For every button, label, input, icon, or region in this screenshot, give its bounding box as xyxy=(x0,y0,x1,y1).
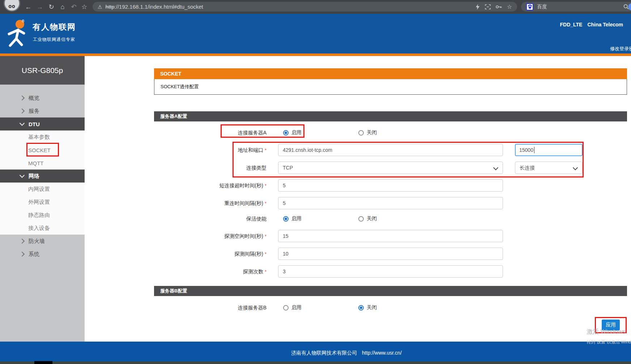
lightning-icon[interactable] xyxy=(476,4,480,10)
bookmark-star-icon[interactable]: ☆ xyxy=(80,2,89,12)
chevron-right-icon xyxy=(20,252,25,257)
not-secure-warning-icon[interactable]: ⚠ xyxy=(98,4,102,10)
disable-label: 关闭 xyxy=(367,304,377,311)
enable-label: 启用 xyxy=(291,304,302,311)
search-box[interactable]: 百度 xyxy=(521,2,631,12)
row-connect-server-a: 连接服务器A 启用 关闭 xyxy=(154,127,628,139)
required-mark: * xyxy=(265,183,267,188)
network-status: FDD_LTE China Telecom xyxy=(560,22,623,27)
probe-interval-label: 探测间隔(秒) xyxy=(235,251,263,257)
row-reconnect-interval: 重连时间间隔(秒)* xyxy=(154,197,628,209)
enable-label: 启用 xyxy=(291,129,302,136)
sidebar-item-label: 接入设备 xyxy=(28,225,50,232)
sidebar-item-socket[interactable]: SOCKET xyxy=(0,144,85,157)
disable-label: 关闭 xyxy=(367,129,377,136)
chevron-down-icon xyxy=(573,165,578,170)
sidebar-item-access-device[interactable]: 接入设备 xyxy=(0,222,85,235)
row-probe-interval: 探测间隔(秒)* xyxy=(154,248,628,260)
header-accent-line xyxy=(0,53,631,56)
address-port-label: 地址和端口 xyxy=(238,147,263,153)
sidebar-item-static-route[interactable]: 静态路由 xyxy=(0,209,85,222)
server-b-disable-radio[interactable] xyxy=(358,305,364,311)
forward-icon[interactable]: → xyxy=(35,2,44,12)
reconnect-interval-label: 重连时间间隔(秒) xyxy=(225,200,263,206)
server-a-enable-radio[interactable] xyxy=(283,130,289,136)
server-a-port-field xyxy=(515,144,583,156)
chevron-right-icon xyxy=(20,108,25,114)
windows-activation-watermark: 激活 Windows xyxy=(587,327,626,336)
reconnect-interval-input[interactable] xyxy=(278,197,503,209)
keepalive-enable-radio[interactable] xyxy=(283,216,289,222)
back-icon[interactable]: ← xyxy=(24,2,33,12)
site-header: ® 有人物联网 工业物联网通信专家 FDD_LTE China Telecom … xyxy=(0,14,631,53)
probe-idle-input[interactable] xyxy=(278,230,503,242)
sidebar-item-dtu[interactable]: DTU xyxy=(0,117,85,130)
connection-mode-value: 长连接 xyxy=(520,165,535,171)
url-text: http://192.168.1.1/index.html#dtu_socket xyxy=(106,4,203,10)
short-timeout-input[interactable] xyxy=(278,179,503,192)
chevron-right-icon xyxy=(20,239,25,244)
row-address-port: 地址和端口* xyxy=(154,144,628,156)
required-mark: * xyxy=(265,234,267,239)
server-a-port-input[interactable] xyxy=(515,144,583,156)
baidu-logo-icon xyxy=(526,3,533,10)
row-keepalive: 保活使能 启用 关闭 xyxy=(154,213,628,225)
probe-interval-input[interactable] xyxy=(278,248,503,260)
carrier-badge: China Telecom xyxy=(587,22,623,27)
sidebar-item-firewall[interactable]: 防火墙 xyxy=(0,235,85,248)
sidebar-item-service[interactable]: 服务 xyxy=(0,104,85,117)
sidebar-item-mqtt[interactable]: MQTT xyxy=(0,157,85,170)
sidebar-item-system[interactable]: 系统 xyxy=(0,248,85,261)
change-login-link[interactable]: 修改登录密码 xyxy=(610,46,631,52)
sidebar-item-lan-settings[interactable]: 内网设置 xyxy=(0,183,85,196)
sidebar-item-label: 防火墙 xyxy=(29,238,45,245)
browser-toolbar: oo ← → ↻ ⌂ ↶ ☆ ⚠ http://192.168.1.1/inde… xyxy=(0,0,631,14)
sidebar-item-label: 外网设置 xyxy=(28,199,50,206)
windows-activation-watermark-sub: 转到“设置”以激活 Windows。 xyxy=(587,339,631,345)
required-mark: * xyxy=(265,269,267,274)
sidebar-item-label: MQTT xyxy=(28,160,44,166)
key-icon[interactable] xyxy=(496,5,502,9)
sidebar-item-basic-params[interactable]: 基本参数 xyxy=(0,130,85,144)
device-name: USR-G805p xyxy=(0,56,85,85)
sidebar-item-label: 网络 xyxy=(29,173,39,180)
undo-icon[interactable]: ↶ xyxy=(69,2,78,12)
page-subtitle: SOCKET透传配置 xyxy=(154,79,627,95)
footer-site-link[interactable]: http://www.usr.cn/ xyxy=(362,350,402,356)
keepalive-disable-radio[interactable] xyxy=(358,216,364,222)
row-probe-idle: 探测空闲时间(秒)* xyxy=(154,230,628,242)
main-content: SOCKET SOCKET透传配置 服务器A配置 连接服务器A 启用 关闭 地址… xyxy=(85,56,631,342)
reload-icon[interactable]: ↻ xyxy=(47,2,56,12)
row-short-timeout: 短连接超时时间(秒)* xyxy=(154,179,628,192)
footer-company: 济南有人物联网技术有限公司 xyxy=(291,350,357,356)
connection-type-label: 连接类型 xyxy=(246,165,267,171)
sidebar-item-network[interactable]: 网络 xyxy=(0,170,85,183)
connection-mode-select[interactable]: 长连接 xyxy=(515,162,583,174)
server-a-disable-radio[interactable] xyxy=(358,130,364,136)
chevron-down-icon xyxy=(20,121,25,126)
sidebar-item-label: 服务 xyxy=(29,108,39,115)
brand-slogan: 工业物联网通信专家 xyxy=(33,37,75,43)
probe-count-input[interactable] xyxy=(278,265,503,278)
scan-frame-icon[interactable] xyxy=(485,4,491,9)
connect-server-b-label: 连接服务器B xyxy=(238,305,267,311)
page-bookmark-star-icon[interactable]: ☆ xyxy=(507,3,512,10)
sidebar-item-wan-settings[interactable]: 外网设置 xyxy=(0,196,85,209)
enable-label: 启用 xyxy=(291,215,302,222)
row-connect-server-b: 连接服务器B 启用 关闭 xyxy=(154,301,628,314)
chevron-down-icon xyxy=(493,165,498,170)
sidebar-item-overview[interactable]: 概览 xyxy=(0,91,85,104)
connection-type-select[interactable]: TCP xyxy=(278,162,503,174)
bottom-edge-strip xyxy=(0,361,631,364)
probe-count-label: 探测次数 xyxy=(243,269,263,274)
server-b-enable-radio[interactable] xyxy=(283,305,289,311)
network-type-badge: FDD_LTE xyxy=(560,22,582,27)
server-b-section-header: 服务器B配置 xyxy=(154,286,627,296)
server-a-host-input[interactable] xyxy=(278,144,503,156)
home-icon[interactable]: ⌂ xyxy=(58,2,67,12)
sidebar-menu: 概览服务DTU基本参数SOCKETMQTT网络内网设置外网设置静态路由接入设备防… xyxy=(0,91,85,261)
sidebar-item-label: 静态路由 xyxy=(28,212,50,219)
disable-label: 关闭 xyxy=(367,215,377,222)
sidebar-item-label: 基本参数 xyxy=(28,134,50,141)
url-bar[interactable]: ⚠ http://192.168.1.1/index.html#dtu_sock… xyxy=(93,2,517,12)
